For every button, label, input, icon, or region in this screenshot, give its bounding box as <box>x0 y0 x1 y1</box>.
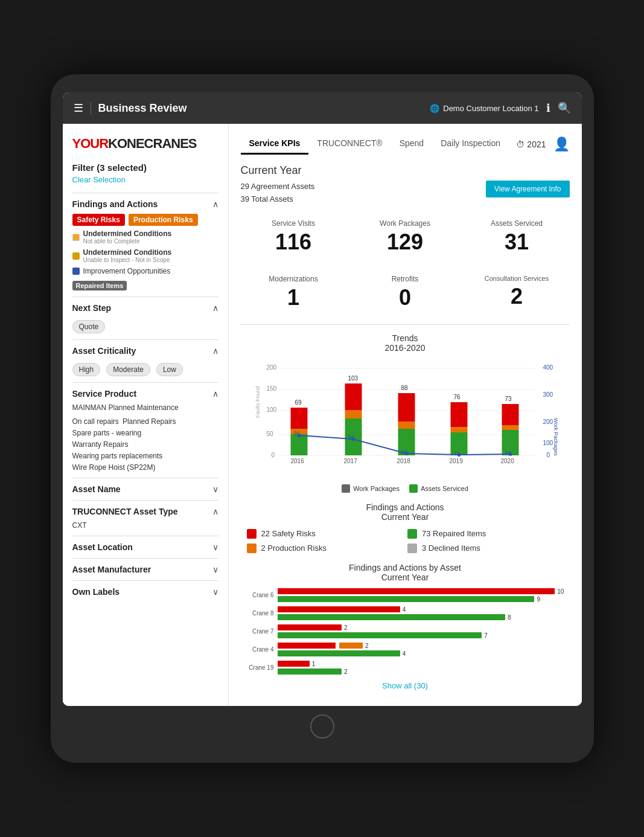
sidebar-section-findings: Findings and Actions ∧ Safety Risks Prod… <box>72 193 218 297</box>
search-icon[interactable]: 🔍 <box>558 101 571 115</box>
show-all-link[interactable]: Show all (30) <box>241 681 570 690</box>
crane7-label: Crane 7 <box>241 628 274 635</box>
truconnect-header[interactable]: TRUCONNECT Asset Type ∧ <box>72 507 218 516</box>
undetermined-conditions-1[interactable]: Undetermined Conditions Not able to Comp… <box>72 229 218 245</box>
low-chip[interactable]: Low <box>156 363 183 376</box>
service-item-spare[interactable]: Spare parts - wearing <box>72 429 218 437</box>
tab-truconnect[interactable]: TRUCONNECT® <box>308 133 391 155</box>
location-button[interactable]: 🌐 Demo Customer Location 1 <box>430 104 538 113</box>
sidebar-section-service-product: Service Product ∧ MAINMAN Planned Mainte… <box>72 382 218 478</box>
sidebar: YOURKONECRANES Filter (3 selected) Clear… <box>63 124 229 706</box>
kpi-work-packages: Work Packages 129 <box>352 213 458 259</box>
tab-spend[interactable]: Spend <box>391 133 432 155</box>
asset-row-crane19: Crane 19 1 2 <box>241 661 570 675</box>
kpi-modernizations: Modernizations 1 <box>241 269 346 315</box>
legend-work-packages: Work Packages <box>342 484 400 493</box>
crane4-bar-orange-fill <box>339 643 363 649</box>
kpi-grid-row2: Modernizations 1 Retrofits 0 Consultatio… <box>241 269 570 315</box>
service-item-wirerope[interactable]: Wire Rope Hoist (SP22M) <box>72 463 218 472</box>
asset-name-header[interactable]: Asset Name ∨ <box>72 484 218 494</box>
findings-section-header[interactable]: Findings and Actions ∧ <box>72 199 218 209</box>
kpi-work-packages-label: Work Packages <box>352 219 458 228</box>
service-product-content: MAINMAN Planned Maintenance On call repa… <box>72 403 218 472</box>
chevron-down-icon-4: ∨ <box>212 587 218 597</box>
asset-chart-title: Findings and Actions by Asset Current Ye… <box>241 563 570 582</box>
trends-svg: 200 150 100 50 0 Faults Found 400 300 20… <box>241 358 570 478</box>
gold-dot-icon <box>72 252 80 260</box>
svg-text:2020: 2020 <box>500 458 514 464</box>
hamburger-icon[interactable]: ☰ <box>74 101 83 115</box>
asset-manufacturer-header[interactable]: Asset Manufacturer ∨ <box>72 565 218 574</box>
undetermined-conditions-2[interactable]: Undetermined Conditions Unable to Inspec… <box>72 248 218 263</box>
tab-daily-inspection[interactable]: Daily Inspection <box>432 133 509 155</box>
kpi-service-visits-value: 116 <box>241 231 346 253</box>
globe-icon: 🌐 <box>430 104 439 113</box>
production-risks-badge[interactable]: Production Risks <box>129 214 198 226</box>
svg-rect-33 <box>450 427 467 432</box>
truconnect-title: TRUCONNECT Asset Type <box>72 507 178 516</box>
svg-text:100: 100 <box>266 406 276 413</box>
info-icon[interactable]: ℹ <box>546 101 550 115</box>
repaired-items-badge[interactable]: Repaired Items <box>72 281 127 290</box>
kpi-assets-serviced-label: Assets Serviced <box>464 219 570 228</box>
asset-location-header[interactable]: Asset Location ∨ <box>72 542 218 552</box>
view-agreement-button[interactable]: View Agreement Info <box>486 181 570 197</box>
svg-point-51 <box>508 452 512 456</box>
service-item-mainman[interactable]: MAINMAN Planned Maintenance <box>72 403 218 412</box>
crane4-num-green: 4 <box>403 650 411 657</box>
blue-dot-icon <box>72 268 80 275</box>
user-icon[interactable]: 👤 <box>553 136 570 152</box>
svg-rect-39 <box>502 404 518 425</box>
finding-dot-gray <box>407 544 417 553</box>
service-product-header[interactable]: Service Product ∧ <box>72 389 218 399</box>
service-item-wearing[interactable]: Wearing parts replacements <box>72 452 218 460</box>
crane19-label: Crane 19 <box>241 664 274 671</box>
quote-chip[interactable]: Quote <box>72 320 106 333</box>
criticality-header[interactable]: Asset Criticality ∧ <box>72 346 218 356</box>
findings-content: Safety Risks Production Risks Undetermin… <box>72 214 218 290</box>
svg-point-49 <box>404 452 408 455</box>
criticality-chips: High Moderate Low <box>72 361 218 376</box>
high-chip[interactable]: High <box>72 363 101 376</box>
own-labels-header[interactable]: Own Labels ∨ <box>72 587 218 597</box>
crane19-num-green: 2 <box>344 669 352 675</box>
safety-risks-badge[interactable]: Safety Risks <box>72 214 125 226</box>
chevron-up-icon-2: ∧ <box>212 303 218 313</box>
svg-text:150: 150 <box>266 385 276 392</box>
home-indicator[interactable] <box>63 714 582 739</box>
finding-declined-items: 3 Declined Items <box>407 544 564 553</box>
crane7-bars: 2 7 <box>278 624 570 639</box>
home-button[interactable] <box>310 714 334 739</box>
year-selector[interactable]: ⏱ 2021 <box>516 140 546 149</box>
svg-text:103: 103 <box>348 375 358 382</box>
service-item-oncall[interactable]: On call repairs <box>72 417 119 426</box>
svg-text:0: 0 <box>546 452 550 458</box>
kpi-assets-serviced: Assets Serviced 31 <box>464 213 570 259</box>
tab-service-kpis[interactable]: Service KPIs <box>241 133 309 155</box>
sidebar-section-criticality: Asset Criticality ∧ High Moderate Low <box>72 339 218 382</box>
top-bar: ☰ Business Review 🌐 Demo Customer Locati… <box>63 92 582 124</box>
kpi-work-packages-value: 129 <box>352 231 458 253</box>
own-labels-title: Own Labels <box>72 587 120 597</box>
cxt-item[interactable]: CXT <box>72 521 218 530</box>
location-label: Demo Customer Location 1 <box>443 104 538 113</box>
tabs-right: ⏱ 2021 👤 <box>516 136 569 152</box>
svg-text:88: 88 <box>401 385 408 391</box>
service-item-planned[interactable]: Planned Repairs <box>123 417 176 426</box>
chevron-up-icon-3: ∧ <box>212 346 218 356</box>
service-item-warranty[interactable]: Warranty Repairs <box>72 440 218 449</box>
finding-safety-risks: 22 Safety Risks <box>247 529 403 539</box>
next-step-header[interactable]: Next Step ∧ <box>72 303 218 313</box>
improvement-opportunities[interactable]: Improvement Opportunities <box>72 267 218 275</box>
svg-rect-24 <box>345 383 362 410</box>
crane19-num-red: 1 <box>312 661 320 667</box>
clear-selection-link[interactable]: Clear Selection <box>72 175 218 184</box>
moderate-chip[interactable]: Moderate <box>106 363 150 376</box>
asset-location-title: Asset Location <box>72 542 133 552</box>
current-year-title: Current Year <box>241 164 570 177</box>
assets-text: 29 Agreement Assets 39 Total Assets <box>241 181 315 206</box>
total-assets-text: 39 Total Assets <box>241 193 315 206</box>
crane19-bar-green-fill <box>278 669 342 675</box>
finding-repaired-text: 73 Repaired Items <box>422 529 486 538</box>
findings-current-title: Findings and Actions Current Year <box>241 502 570 522</box>
